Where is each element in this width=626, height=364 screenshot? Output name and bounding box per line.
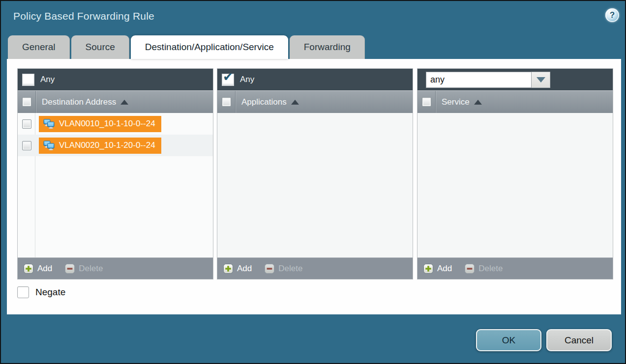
service-column-header[interactable]: Service <box>442 97 470 107</box>
tab-bar: General Source Destination/Application/S… <box>8 35 365 59</box>
checkbox-cell <box>18 91 35 113</box>
dialog-title: Policy Based Forwarding Rule <box>13 10 154 22</box>
negate-row: Negate <box>17 286 65 298</box>
delete-icon <box>65 264 75 274</box>
add-label: Add <box>37 264 52 274</box>
service-type-dropdown[interactable]: any <box>426 72 550 88</box>
destination-add-button[interactable]: Add <box>24 264 52 274</box>
add-icon <box>223 264 233 274</box>
service-dropdown-header: any <box>417 69 613 90</box>
applications-add-button[interactable]: Add <box>223 264 252 274</box>
network-address-icon <box>43 119 55 129</box>
help-glyph: ? <box>610 10 615 20</box>
service-delete-button[interactable]: Delete <box>465 264 503 274</box>
destination-delete-button[interactable]: Delete <box>65 264 103 274</box>
negate-checkbox[interactable] <box>17 286 29 298</box>
sort-ascending-icon[interactable] <box>474 100 482 105</box>
delete-label: Delete <box>79 264 103 274</box>
destination-address-panel: ✔ Any Destination Address <box>17 68 213 280</box>
delete-label: Delete <box>278 264 302 274</box>
address-object-name: VLAN0010_10-1-10-0--24 <box>59 119 155 129</box>
delete-label: Delete <box>478 264 503 274</box>
tab-content: ✔ Any Destination Address <box>7 59 621 314</box>
chevron-down-icon <box>537 77 545 83</box>
dropdown-button[interactable] <box>532 72 550 88</box>
destination-list: VLAN0010_10-1-10-0--24 <box>18 113 213 257</box>
tab-forwarding[interactable]: Forwarding <box>290 35 365 59</box>
destination-column-header-row: Destination Address <box>18 90 213 113</box>
applications-any-checkbox[interactable]: ✔ <box>222 74 234 86</box>
ok-button[interactable]: OK <box>476 329 541 351</box>
network-address-icon <box>43 140 55 150</box>
sort-ascending-icon[interactable] <box>291 100 299 105</box>
destination-column-header[interactable]: Destination Address <box>42 97 116 107</box>
delete-icon <box>265 264 274 274</box>
applications-any-label: Any <box>240 75 254 84</box>
negate-label: Negate <box>35 287 65 298</box>
service-footer: Add Delete <box>417 257 613 279</box>
service-select-all-checkbox[interactable] <box>422 97 431 107</box>
destination-row-1: VLAN0010_10-1-10-0--24 <box>18 113 213 135</box>
checkbox-cell <box>217 91 235 113</box>
applications-list <box>217 113 413 257</box>
service-column-header-row: Service <box>417 90 613 113</box>
destination-row-2: VLAN0020_10-1-20-0--24 <box>18 135 213 156</box>
add-label: Add <box>237 264 252 274</box>
destination-row-2-checkbox[interactable] <box>22 141 31 150</box>
checkmark-icon: ✔ <box>223 71 233 83</box>
tab-source[interactable]: Source <box>71 35 129 59</box>
cancel-button[interactable]: Cancel <box>546 329 612 351</box>
tab-destination-application-service[interactable]: Destination/Application/Service <box>131 35 288 59</box>
service-type-value: any <box>426 72 532 88</box>
applications-panel: ✔ Any Applications Add <box>217 68 413 280</box>
checkbox-cell <box>18 113 35 135</box>
applications-footer: Add Delete <box>217 257 413 279</box>
destination-footer: Add Delete <box>18 257 213 279</box>
delete-icon <box>465 264 475 274</box>
applications-column-header-row: Applications <box>217 90 413 113</box>
service-add-button[interactable]: Add <box>423 264 452 274</box>
help-icon[interactable]: ? <box>605 8 619 22</box>
destination-row-1-checkbox[interactable] <box>22 119 31 129</box>
destination-address-object-1[interactable]: VLAN0010_10-1-10-0--24 <box>39 116 161 132</box>
destination-address-object-2[interactable]: VLAN0020_10-1-20-0--24 <box>39 138 161 154</box>
applications-delete-button[interactable]: Delete <box>265 264 302 274</box>
add-icon <box>24 264 33 274</box>
destination-any-checkbox[interactable]: ✔ <box>22 74 34 86</box>
service-list <box>417 113 613 257</box>
address-object-name: VLAN0020_10-1-20-0--24 <box>59 140 155 150</box>
pbf-rule-dialog: Policy Based Forwarding Rule ? General S… <box>0 0 626 364</box>
service-panel: any Service <box>417 68 613 280</box>
sort-ascending-icon[interactable] <box>120 100 128 105</box>
tab-general[interactable]: General <box>8 35 70 59</box>
applications-column-header[interactable]: Applications <box>241 97 287 107</box>
checkbox-cell <box>18 135 35 156</box>
applications-select-all-checkbox[interactable] <box>222 97 231 107</box>
add-label: Add <box>437 264 452 274</box>
checkbox-cell <box>417 91 435 113</box>
applications-any-header: ✔ Any <box>217 69 413 90</box>
add-icon <box>423 264 433 274</box>
destination-select-all-checkbox[interactable] <box>22 97 31 107</box>
destination-any-label: Any <box>40 75 55 84</box>
destination-any-header: ✔ Any <box>18 69 213 90</box>
